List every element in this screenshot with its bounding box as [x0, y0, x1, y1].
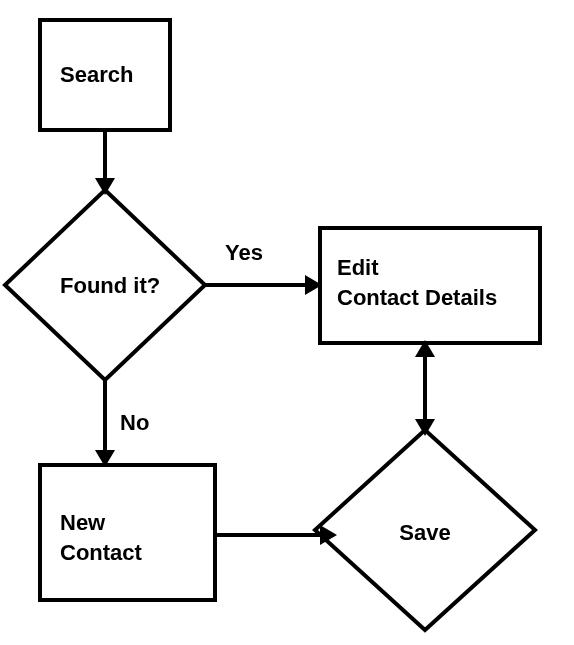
edge-found-to-edit: Yes [205, 240, 322, 295]
node-new-contact-label-line2: Contact [60, 540, 143, 565]
edge-found-to-new: No [95, 380, 149, 467]
node-save: Save [315, 430, 535, 630]
edge-search-to-found [95, 130, 115, 195]
edge-edit-save-double [415, 340, 435, 436]
edge-yes-label: Yes [225, 240, 263, 265]
node-new-contact: New Contact [40, 465, 215, 600]
node-found-it: Found it? [5, 190, 205, 380]
edge-no-label: No [120, 410, 149, 435]
node-search-label: Search [60, 62, 133, 87]
svg-marker-15 [415, 419, 435, 436]
node-edit-label-line2: Contact Details [337, 285, 497, 310]
svg-marker-6 [95, 178, 115, 195]
flowchart-canvas: Search Found it? Edit Contact Details Ne… [0, 0, 574, 645]
node-search: Search [40, 20, 170, 130]
node-edit-contact-details: Edit Contact Details [320, 228, 540, 343]
node-found-it-label: Found it? [60, 273, 160, 298]
node-edit-label-line1: Edit [337, 255, 379, 280]
node-new-contact-label-line1: New [60, 510, 106, 535]
node-save-label: Save [399, 520, 450, 545]
